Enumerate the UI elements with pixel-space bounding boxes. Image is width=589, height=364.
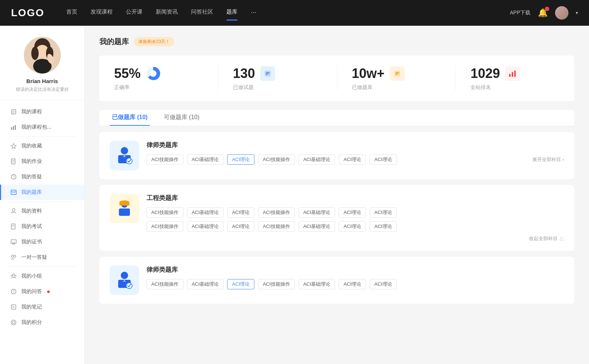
sidebar-item-homework[interactable]: 我的作业 — [0, 154, 84, 169]
tabs-row: 已做题库 (10) 可做题库 (10) — [110, 110, 564, 126]
svg-rect-28 — [11, 240, 16, 243]
nav-qa[interactable]: 问答社区 — [191, 8, 213, 18]
tag-item[interactable]: ACI理论 — [339, 221, 366, 232]
sidebar-item-certificate[interactable]: 我的证书 — [0, 234, 84, 250]
notification-bell[interactable]: 🔔 — [538, 8, 548, 18]
profile-icon — [10, 208, 17, 214]
tag-item[interactable]: ACI基础理论 — [299, 207, 335, 218]
qbank-card-inner: 工程类题库 ACI技能操作 ACI基础理论 ACI理论 ACI技能操作 ACI基… — [110, 194, 564, 242]
tag-item[interactable]: ACI技能操作 — [258, 154, 295, 165]
expand-link[interactable]: 展开全部科目 › — [532, 156, 564, 163]
tag-item[interactable]: ACI理论 — [370, 154, 397, 165]
sidebar-item-points[interactable]: 我的积分 — [0, 315, 84, 330]
tag-item[interactable]: ACI理论 — [227, 221, 254, 232]
sidebar-item-qa[interactable]: ? 我的答疑 — [0, 169, 84, 185]
nav-questionbank[interactable]: 题库 — [226, 8, 237, 18]
svg-marker-14 — [11, 143, 16, 149]
svg-point-24 — [13, 209, 15, 211]
tag-item[interactable]: ACI理论 — [339, 279, 366, 289]
sidebar-item-group[interactable]: 我的小组 — [0, 268, 84, 284]
sidebar-item-course-pkg[interactable]: 我的课程包... — [0, 119, 84, 135]
done-banks-label: 已做题库 — [352, 84, 373, 91]
tag-item-active[interactable]: ACI理论 — [227, 279, 254, 289]
collect-icon — [10, 143, 17, 149]
tag-item[interactable]: ACI技能操作 — [147, 154, 183, 165]
qbank-card-inner: 律师类题库 ACI技能操作 ACI基础理论 ACI理论 ACI技能操作 ACI基… — [110, 141, 564, 170]
main-layout: Brian Harris 错误的决定比没有决定要好 我的课程 我的课程包... — [0, 26, 589, 364]
course-pkg-icon — [10, 124, 17, 131]
tabs-container: 已做题库 (10) 可做题库 (10) — [99, 110, 574, 126]
nav-more[interactable]: ··· — [251, 8, 256, 18]
tab-done-banks[interactable]: 已做题库 (10) — [110, 110, 150, 126]
app-download-link[interactable]: APP下载 — [510, 10, 530, 16]
sidebar-item-label: 我的小组 — [21, 273, 42, 279]
qbank-title: 律师类题库 — [147, 265, 564, 274]
tag-item[interactable]: ACI理论 — [370, 207, 397, 218]
tag-item[interactable]: ACI理论 — [227, 207, 254, 218]
tag-item[interactable]: ACI理论 — [370, 221, 397, 232]
collapse-link[interactable]: 收起全部科目 △ — [529, 235, 564, 242]
qbank-card-engineer: 工程类题库 ACI技能操作 ACI基础理论 ACI理论 ACI技能操作 ACI基… — [99, 185, 574, 251]
tag-item[interactable]: ACI技能操作 — [258, 207, 295, 218]
svg-point-3 — [31, 47, 39, 60]
done-banks-value: 10w+ — [352, 66, 385, 81]
svg-text:?: ? — [13, 175, 15, 179]
qbank-card-lawyer-2: 律师类题库 ACI技能操作 ACI基础理论 ACI理论 ACI技能操作 ACI基… — [99, 257, 574, 304]
tag-item[interactable]: ACI技能操作 — [147, 207, 183, 218]
sidebar-item-exam[interactable]: 我的考试 — [0, 219, 84, 234]
tag-item[interactable]: ACI理论 — [339, 207, 366, 218]
sidebar-item-qbank[interactable]: 我的题库 — [0, 185, 84, 200]
tag-item[interactable]: ACI基础理论 — [187, 207, 224, 218]
tag-item[interactable]: ACI基础理论 — [299, 221, 335, 232]
lawyer2-tags-row: ACI技能操作 ACI基础理论 ACI理论 ACI技能操作 ACI基础理论 AC… — [147, 279, 397, 289]
tag-item[interactable]: ACI基础理论 — [187, 221, 224, 232]
svg-point-64 — [121, 272, 128, 279]
engineer-tags-row-2: ACI技能操作 ACI基础理论 ACI理论 ACI技能操作 ACI基础理论 AC… — [147, 221, 564, 232]
chart-red-icon — [505, 66, 520, 81]
engineer-tags-row-1: ACI技能操作 ACI基础理论 ACI理论 ACI技能操作 ACI基础理论 AC… — [147, 207, 564, 218]
tag-item[interactable]: ACI理论 — [370, 279, 397, 289]
nav-news[interactable]: 新闻资讯 — [156, 8, 178, 18]
sidebar-item-course[interactable]: 我的课程 — [0, 104, 84, 119]
sidebar-item-oneone[interactable]: 一对一答疑 — [0, 250, 84, 265]
stat-accuracy-value-row: 55% — [114, 66, 161, 81]
logo[interactable]: LOGO — [11, 7, 44, 19]
nav-home[interactable]: 首页 — [66, 8, 77, 18]
profile-motto: 错误的决定比没有决定要好 — [16, 86, 69, 93]
nav-discover[interactable]: 发现课程 — [91, 8, 113, 18]
sidebar-item-notes[interactable]: 我的笔记 — [0, 299, 84, 315]
myqa-icon: ? — [10, 288, 17, 295]
nav-opencourse[interactable]: 公开课 — [126, 8, 142, 18]
profile-avatar — [24, 37, 61, 74]
qbank-title: 律师类题库 — [147, 141, 564, 149]
user-avatar[interactable] — [555, 6, 568, 19]
qbank-body: 工程类题库 ACI技能操作 ACI基础理论 ACI理论 ACI技能操作 ACI基… — [147, 194, 564, 242]
tag-item[interactable]: ACI基础理论 — [299, 279, 335, 289]
stat-done-banks-value-row: 10w+ — [352, 66, 405, 81]
tag-item[interactable]: ACI基础理论 — [187, 154, 224, 165]
tab-available-banks[interactable]: 可做题库 (10) — [162, 110, 202, 126]
user-menu-chevron[interactable]: ▾ — [576, 10, 578, 15]
sidebar-item-label: 我的笔记 — [21, 304, 42, 310]
tag-item-active[interactable]: ACI理论 — [227, 154, 254, 165]
tag-item[interactable]: ACI基础理论 — [187, 279, 224, 289]
group-icon — [10, 273, 17, 279]
done-questions-value: 130 — [233, 66, 255, 81]
sidebar-item-label: 一对一答疑 — [21, 254, 47, 261]
sidebar-item-profile[interactable]: 我的资料 — [0, 203, 84, 219]
qbank-card-lawyer-1: 律师类题库 ACI技能操作 ACI基础理论 ACI理论 ACI技能操作 ACI基… — [99, 132, 574, 179]
svg-point-32 — [13, 274, 15, 276]
tag-item[interactable]: ACI基础理论 — [299, 154, 335, 165]
pie-chart-icon — [146, 66, 161, 81]
tag-item[interactable]: ACI技能操作 — [258, 279, 295, 289]
sidebar-item-collect[interactable]: 我的收藏 — [0, 138, 84, 154]
lawyer-tags-row: ACI技能操作 ACI基础理论 ACI理论 ACI技能操作 ACI基础理论 AC… — [147, 154, 397, 165]
nav-right: APP下载 🔔 ▾ — [510, 6, 578, 19]
tag-item[interactable]: ACI技能操作 — [147, 221, 183, 232]
tag-item[interactable]: ACI技能操作 — [147, 279, 183, 289]
tags-and-expand-3: ACI技能操作 ACI基础理论 ACI理论 ACI技能操作 ACI基础理论 AC… — [147, 279, 564, 289]
collapse-row: 收起全部科目 △ — [147, 235, 564, 242]
tag-item[interactable]: ACI技能操作 — [258, 221, 295, 232]
sidebar-item-myqa[interactable]: ? 我的问答 — [0, 284, 84, 299]
tag-item[interactable]: ACI理论 — [339, 154, 366, 165]
